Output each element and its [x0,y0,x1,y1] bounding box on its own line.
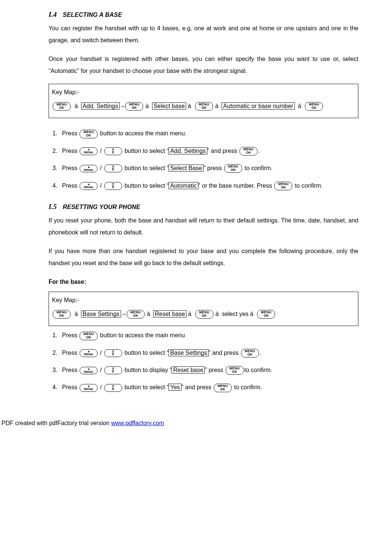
step-item: Press REDIAL / button to select “Add. Se… [59,144,358,158]
footer: PDF created with pdfFactory trial versio… [0,417,358,429]
up-redial-icon: REDIAL [80,165,98,173]
section-number: I.5 [49,203,57,211]
menu-option: Yes [169,384,181,391]
step-item: Press REDIAL / button to select “Select … [59,161,358,175]
up-redial-icon: REDIAL [80,147,98,155]
menu-ok-icon: MENUOK [127,310,145,319]
arrow-icon: à [215,103,219,109]
menu-option: Base Settings [169,349,209,356]
menu-ok-icon: MENUOK [240,147,257,156]
section-title: SELECTING A BASE [63,12,122,18]
keymap-box: Key Map:- MENUOK à Add. Settings –MENUOK… [49,84,358,118]
section-number: I.4 [49,10,57,18]
menu-ok-icon: MENUOK [80,332,98,340]
up-redial-icon: REDIAL [80,367,98,375]
menu-ok-icon: MENUOK [226,366,244,375]
arrow-icon: à [298,103,301,109]
menu-ok-icon: MENUOK [305,102,323,111]
up-redial-icon: REDIAL [80,349,98,357]
keymap-sequence: MENUOK à Add. Settings –MENUOKà Select b… [52,99,355,113]
menu-option: select yes [222,311,249,317]
menu-ok-icon: MENUOK [257,310,275,319]
down-list-icon [104,182,122,190]
arrow-icon: à [145,103,149,109]
arrow-icon: à [147,311,150,317]
paragraph: You can register the handset with up to … [49,22,358,46]
steps-list: Press MENUOK button to access the main m… [49,328,358,395]
paragraph: If you have more than one handset regist… [49,245,358,269]
menu-option: Automatic [169,182,198,189]
step-item: Press MENUOK button to access the main m… [59,328,358,342]
arrow-icon: à [188,311,191,317]
down-list-icon [104,366,122,374]
menu-ok-icon: MENUOK [214,384,232,392]
footer-link[interactable]: www.pdffactory.com [111,420,164,426]
subheading: For the base: [49,276,358,288]
down-list-icon [104,147,122,155]
menu-ok-icon: MENUOK [53,310,71,319]
menu-ok-icon: MENUOK [195,102,213,111]
menu-ok-icon: MENUOK [224,164,242,173]
arrow-icon: à [74,311,78,317]
arrow-icon: à [250,311,253,317]
keymap-label: Key Map:- [52,294,355,307]
section-heading: I.5 RESETTING YOUR PHONE [49,200,358,214]
keymap-label: Key Map:- [52,86,355,99]
menu-option: Add. Settings [169,147,207,154]
menu-option: Base Settings [81,310,121,317]
paragraph: If you reset your phone, both the base a… [49,215,358,239]
step-item: Press REDIAL / button to display “Reset … [59,363,358,377]
step-item: Press REDIAL / button to select “Yes” an… [59,380,358,394]
menu-option: Add. Settings [81,102,120,110]
menu-option: Select base [152,102,186,110]
footer-text: PDF created with pdfFactory trial versio… [1,420,111,426]
menu-ok-icon: MENUOK [125,102,143,111]
up-redial-icon: REDIAL [80,384,98,392]
menu-ok-icon: MENUOK [241,349,259,357]
down-list-icon [104,165,122,172]
menu-ok-icon: MENUOK [80,130,98,138]
menu-option: Automatic or base number [222,102,295,110]
section-heading: I.4 SELECTING A BASE [49,7,358,22]
menu-ok-icon: MENUOK [195,310,213,319]
section-title: RESETTING YOUR PHONE [63,204,140,210]
arrow-icon: à [216,311,219,317]
step-item: Press MENUOK button to access the main m… [59,126,358,141]
down-list-icon [104,349,122,357]
arrow-icon: à [188,103,191,109]
menu-option: Select Base [169,165,203,172]
menu-ok-icon: MENUOK [274,182,292,190]
menu-option: Reset base [172,366,205,374]
menu-option: Reset base [153,310,186,317]
keymap-sequence: MENUOK à Base Settings –MENUOKà Reset ba… [52,307,355,320]
menu-ok-icon: MENUOK [53,102,71,111]
up-redial-icon: REDIAL [80,182,98,190]
step-item: Press REDIAL / button to select “Base Se… [59,346,358,360]
keymap-box: Key Map:- MENUOK à Base Settings –MENUOK… [49,292,358,326]
steps-list: Press MENUOK button to access the main m… [49,126,358,193]
step-item: Press REDIAL / button to select “Automat… [59,179,358,193]
arrow-icon: à [74,103,78,109]
down-list-icon [104,384,122,392]
paragraph: Once your handset is registered with oth… [49,53,358,77]
